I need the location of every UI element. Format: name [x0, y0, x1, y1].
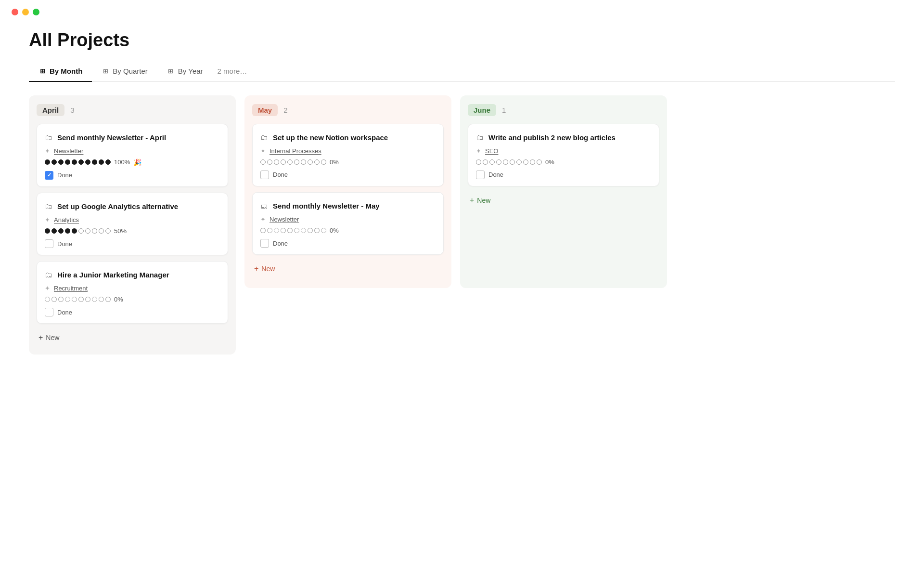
progress-pct: 100%	[114, 158, 130, 166]
new-button-may[interactable]: +New	[252, 261, 444, 277]
table-icon-quarter: ⊞	[102, 67, 109, 75]
dot-empty	[72, 297, 77, 302]
plus-icon: +	[254, 264, 258, 273]
plus-icon: +	[38, 333, 43, 342]
dot-empty	[78, 228, 84, 234]
folder-icon: 🗂	[260, 202, 268, 210]
minimize-button[interactable]	[22, 9, 29, 15]
dot-empty	[99, 228, 104, 234]
progress-dots	[476, 159, 542, 165]
progress-row: 0%	[45, 296, 220, 303]
dot-filled	[51, 228, 57, 234]
dot-filled	[105, 159, 111, 165]
done-checkbox[interactable]	[260, 239, 269, 248]
dot-filled	[45, 228, 50, 234]
card-tag-row: ✦ Newsletter	[260, 216, 436, 223]
titlebar	[0, 0, 924, 20]
dot-filled	[58, 228, 64, 234]
progress-pct: 0%	[330, 227, 339, 234]
dot-empty	[85, 297, 90, 302]
done-label: Done	[488, 171, 503, 178]
tag-icon: ✦	[260, 216, 266, 223]
dot-empty	[294, 228, 299, 233]
month-badge-june: June	[468, 104, 496, 116]
dot-empty	[267, 228, 272, 233]
close-button[interactable]	[12, 9, 18, 15]
card-title-row: 🗂 Set up Google Analytics alternative	[45, 202, 220, 211]
board: April 3 🗂 Send monthly Newsletter - Apri…	[29, 95, 895, 355]
done-checkbox[interactable]	[45, 239, 53, 248]
dot-empty	[58, 297, 64, 302]
card-title-row: 🗂 Hire a Junior Marketing Manager	[45, 270, 220, 280]
done-row: Done	[45, 171, 220, 180]
dot-empty	[51, 297, 57, 302]
dot-filled	[99, 159, 104, 165]
dot-empty	[503, 159, 508, 165]
tag-icon: ✦	[45, 216, 50, 223]
dot-empty	[92, 228, 97, 234]
new-button-june[interactable]: +New	[468, 192, 659, 209]
card-title-row: 🗂 Send monthly Newsletter - May	[260, 201, 436, 211]
card-title: Set up Google Analytics alternative	[57, 202, 178, 211]
new-label: New	[46, 334, 59, 342]
progress-pct: 0%	[545, 158, 554, 166]
table-icon-year: ⊞	[167, 67, 175, 75]
dot-empty	[287, 159, 293, 165]
new-label: New	[477, 197, 490, 204]
tab-by-quarter[interactable]: ⊞ By Quarter	[92, 62, 157, 82]
done-label: Done	[273, 240, 288, 247]
dot-filled	[72, 159, 77, 165]
dot-empty	[530, 159, 535, 165]
column-april: April 3 🗂 Send monthly Newsletter - Apri…	[29, 95, 236, 355]
progress-dots	[260, 159, 326, 165]
progress-dots	[260, 228, 326, 233]
card-may-0: 🗂 Set up the new Notion workspace ✦ Inte…	[252, 124, 444, 186]
dot-empty	[85, 228, 90, 234]
card-title: Send monthly Newsletter - May	[273, 201, 380, 211]
dot-empty	[510, 159, 515, 165]
dot-empty	[92, 297, 97, 302]
dot-empty	[274, 159, 279, 165]
card-title: Send monthly Newsletter - April	[57, 133, 166, 143]
tab-more[interactable]: 2 more…	[213, 62, 255, 81]
card-tag-row: ✦ Newsletter	[45, 147, 220, 155]
card-april-1: 🗂 Set up Google Analytics alternative ✦ …	[37, 193, 228, 255]
progress-row: 0%	[260, 227, 436, 234]
progress-dots	[45, 297, 111, 302]
tag-label: SEO	[485, 147, 498, 155]
page-content: All Projects ⊞ By Month ⊞ By Quarter ⊞ B…	[0, 20, 924, 374]
dot-filled	[92, 159, 97, 165]
column-header-june: June 1	[468, 104, 659, 116]
column-header-may: May 2	[252, 104, 444, 116]
done-checkbox[interactable]	[45, 308, 53, 316]
tag-label: Recruitment	[54, 285, 88, 292]
dot-empty	[483, 159, 488, 165]
fullscreen-button[interactable]	[33, 9, 39, 15]
card-title: Write and publish 2 new blog articles	[488, 133, 616, 143]
new-label: New	[261, 265, 275, 273]
dot-empty	[267, 159, 272, 165]
dot-filled	[45, 159, 50, 165]
tab-by-month[interactable]: ⊞ By Month	[29, 62, 92, 82]
progress-pct: 0%	[330, 158, 339, 166]
column-header-april: April 3	[37, 104, 228, 116]
tag-label: Newsletter	[54, 147, 83, 155]
done-row: Done	[260, 171, 436, 179]
progress-row: 100% 🎉	[45, 158, 220, 166]
done-checkbox[interactable]	[45, 171, 53, 180]
card-april-0: 🗂 Send monthly Newsletter - April ✦ News…	[37, 124, 228, 187]
progress-pct: 50%	[114, 227, 127, 235]
dot-empty	[308, 228, 313, 233]
tab-by-year[interactable]: ⊞ By Year	[157, 62, 213, 82]
tag-label: Analytics	[54, 216, 79, 223]
done-checkbox[interactable]	[260, 171, 269, 179]
tag-icon: ✦	[45, 147, 50, 155]
dot-empty	[78, 297, 84, 302]
table-icon: ⊞	[38, 67, 46, 75]
done-checkbox[interactable]	[476, 171, 485, 179]
dot-empty	[321, 159, 326, 165]
dot-filled	[51, 159, 57, 165]
dot-empty	[281, 159, 286, 165]
plus-icon: +	[470, 196, 474, 205]
new-button-april[interactable]: +New	[37, 329, 228, 346]
